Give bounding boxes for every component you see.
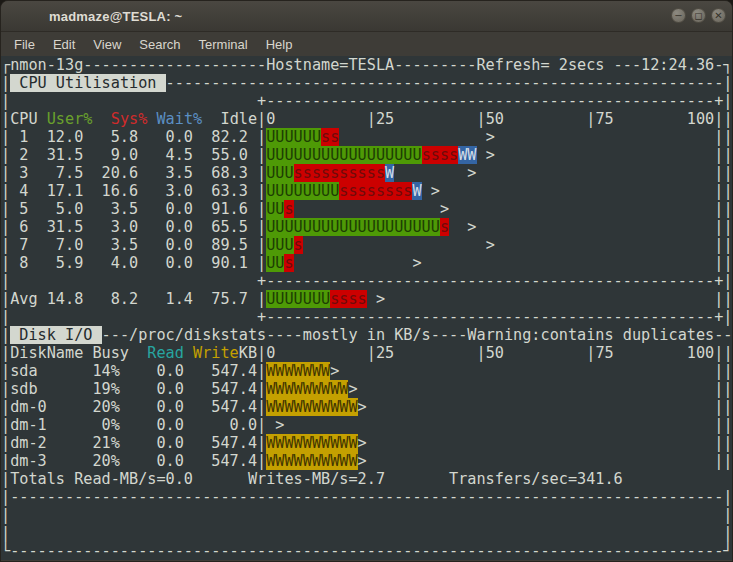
- sys-bar: ssssssssss: [294, 164, 385, 182]
- user-col-label: User%: [47, 110, 93, 128]
- cpu-section-title-line: | CPU Utilisation ----------------------…: [1, 74, 733, 92]
- disk-row-values: |sda 14% 0.0 547.4|: [1, 362, 266, 380]
- cpu-row-values: | 4 17.1 16.6 3.0 63.3 |: [1, 182, 266, 200]
- disk-totals-line: |Totals Read-MB/s=0.0 Writes-MB/s=2.7 Tr…: [1, 470, 733, 488]
- menu-help[interactable]: Help: [257, 37, 302, 52]
- separator-text: |---------------------------------------…: [1, 488, 733, 506]
- cpu-row-values: |Avg 14.8 8.2 1.4 75.7 |: [1, 290, 266, 308]
- peak-marker: >: [486, 128, 495, 146]
- peak-marker: >: [467, 164, 476, 182]
- cpu-section-rule: ----------------------------------------…: [166, 74, 733, 92]
- cpu-row-4: | 4 17.1 16.6 3.0 63.3 |UUUUUUUUssssssss…: [1, 182, 733, 200]
- minimize-button[interactable]: −: [671, 8, 686, 23]
- wait-col-label: Wait%: [156, 110, 202, 128]
- chart-scale-border-bottom: | +-------------------------------------…: [1, 308, 733, 326]
- nmon-banner-line: ┌nmon-13g--------------------Hostname=TE…: [1, 56, 733, 74]
- blank-line: | |: [1, 506, 733, 524]
- disk-section-title-line: | Disk I/O ---/proc/diskstats----mostly …: [1, 326, 733, 344]
- disk-row-dm-3: |dm-3 20% 0.0 547.4|WWWWWWWWWW> ||: [1, 452, 733, 470]
- gap: [202, 110, 220, 128]
- sys-bar: s: [440, 218, 449, 236]
- peak-marker: >: [440, 200, 449, 218]
- peak-marker: >: [486, 146, 495, 164]
- bar-tail: ||: [440, 182, 733, 200]
- write-bar: WWWWWWWWWW: [266, 398, 357, 416]
- cpu-row-7: | 7 7.0 3.5 0.0 89.5 |UUUs > ||: [1, 236, 733, 254]
- user-bar: UU: [266, 200, 284, 218]
- disk-row-values: |sdb 19% 0.0 547.4|: [1, 380, 266, 398]
- disk-row-sda: |sda 14% 0.0 547.4|WWWWWWW> ||: [1, 362, 733, 380]
- disk-section-rule: ---/proc/diskstats----mostly in KB/s----…: [102, 326, 733, 344]
- idle-col-label: Idle: [220, 110, 257, 128]
- bar-gap: [303, 236, 486, 254]
- bar-tail: ||: [495, 236, 733, 254]
- sys-bar: ssssssss: [339, 182, 412, 200]
- disk-row-values: |dm-0 20% 0.0 547.4|: [1, 398, 266, 416]
- bottom-border-line: └---------------------------------------…: [1, 542, 733, 560]
- user-bar: UUUUUUUUUUUUUUUUU: [266, 146, 421, 164]
- sys-bar: ssss: [330, 290, 367, 308]
- menu-search[interactable]: Search: [130, 37, 189, 52]
- cpu-row-8: | 8 5.9 4.0 0.0 90.1 |UUs > ||: [1, 254, 733, 272]
- cpu-row-values: | 1 12.0 5.8 0.0 82.2 |: [1, 128, 266, 146]
- bar-gap: [339, 128, 485, 146]
- sys-bar: s: [284, 254, 293, 272]
- window-titlebar[interactable]: madmaze@TESLA: ~ −◻✕: [1, 1, 732, 32]
- maximize-button[interactable]: ◻: [691, 8, 706, 23]
- cpu-row-2: | 2 31.5 9.0 4.5 55.0 |UUUUUUUUUUUUUUUUU…: [1, 146, 733, 164]
- disk-row-values: |dm-2 21% 0.0 547.4|: [1, 434, 266, 452]
- border-left: |: [1, 326, 10, 344]
- terminal-screen[interactable]: ┌nmon-13g--------------------Hostname=TE…: [1, 56, 733, 560]
- chart-axis-labels: |0 |25 |50 |75 100||: [257, 344, 732, 362]
- blank-text: | |: [1, 524, 733, 542]
- peak-marker: >: [431, 182, 440, 200]
- cpu-section-label: CPU Utilisation: [10, 74, 165, 92]
- bar-tail: ||: [339, 362, 732, 380]
- cpu-row-5: | 5 5.0 3.5 0.0 91.6 |UUs > ||: [1, 200, 733, 218]
- cpu-col-label: |CPU: [1, 110, 47, 128]
- bar-tail: ||: [495, 128, 733, 146]
- blank-line: | |: [1, 524, 733, 542]
- bar-gap: [477, 146, 486, 164]
- bar-tail: ||: [477, 164, 733, 182]
- chart-scale-border-mid: | +-------------------------------------…: [1, 272, 733, 290]
- sys-col-label: Sys%: [111, 110, 148, 128]
- wait-bar: W: [385, 164, 394, 182]
- cpu-row-values: | 3 7.5 20.6 3.5 68.3 |: [1, 164, 266, 182]
- sys-bar: ssss: [422, 146, 459, 164]
- terminal-window: madmaze@TESLA: ~ −◻✕ File Edit View Sear…: [0, 0, 733, 562]
- kb-col-label: KB: [239, 344, 257, 362]
- disk-row-dm-1: |dm-1 0% 0.0 0.0| > ||: [1, 416, 733, 434]
- banner-text: ┌nmon-13g--------------------Hostname=TE…: [1, 56, 733, 74]
- peak-marker: >: [358, 398, 367, 416]
- user-bar: UUU: [266, 164, 293, 182]
- menu-file[interactable]: File: [5, 37, 44, 52]
- peak-marker: >: [330, 362, 339, 380]
- write-bar: WWWWWWWWWW: [266, 452, 357, 470]
- menu-view[interactable]: View: [84, 37, 130, 52]
- read-col-label: Read: [147, 344, 184, 362]
- disk-col-labels: |DiskName Busy: [1, 344, 147, 362]
- bar-gap: [294, 254, 413, 272]
- peak-marker: >: [348, 380, 357, 398]
- separator-line: |---------------------------------------…: [1, 488, 733, 506]
- write-bar: WWWWWWWWWW: [266, 434, 357, 452]
- user-bar: UUUUUUUUUUUUUUUUUUU: [266, 218, 440, 236]
- peak-marker: >: [358, 452, 367, 470]
- disk-row-dm-0: |dm-0 20% 0.0 547.4|WWWWWWWWWW> ||: [1, 398, 733, 416]
- bar-gap: [449, 218, 467, 236]
- window-title: madmaze@TESLA: ~: [49, 9, 182, 24]
- bar-tail: ||: [449, 200, 732, 218]
- bar-tail: ||: [385, 290, 732, 308]
- menu-terminal[interactable]: Terminal: [190, 37, 257, 52]
- write-bar: WWWWWWW: [266, 362, 330, 380]
- bar-tail: ||: [367, 398, 733, 416]
- bar-gap: [266, 416, 275, 434]
- user-bar: UUU: [266, 236, 293, 254]
- bar-tail: ||: [284, 416, 732, 434]
- chart-axis-labels: |0 |25 |50 |75 100||: [257, 110, 732, 128]
- write-bar: WWWWWWWWW: [266, 380, 348, 398]
- close-button[interactable]: ✕: [711, 8, 726, 23]
- menu-edit[interactable]: Edit: [44, 37, 84, 52]
- disk-row-sdb: |sdb 19% 0.0 547.4|WWWWWWWWW> ||: [1, 380, 733, 398]
